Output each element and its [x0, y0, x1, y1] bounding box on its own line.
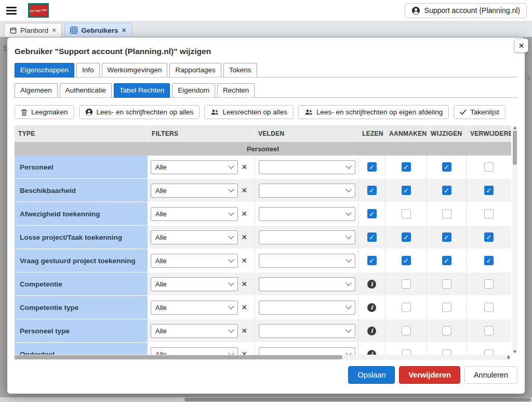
- verwijderen-checkbox[interactable]: [484, 256, 494, 265]
- clear-filter-button[interactable]: [242, 162, 247, 172]
- velden-select[interactable]: [259, 324, 355, 338]
- person-circle-icon: [411, 6, 420, 15]
- velden-select[interactable]: [259, 160, 355, 174]
- aanmaken-checkbox[interactable]: [402, 232, 411, 242]
- table-row: BeschikbaarheidAlle: [15, 179, 511, 202]
- read-write-own-department-button[interactable]: Lees- en schrijfrechten op eigen afdelin…: [298, 105, 449, 119]
- tab-tokens[interactable]: Tokens: [223, 63, 257, 77]
- clear-table-button[interactable]: Leegmaken: [15, 105, 74, 119]
- tab-info[interactable]: Info: [76, 63, 100, 77]
- tab-authenticatie[interactable]: Authenticatie: [60, 83, 112, 98]
- filter-select-value: Alle: [155, 163, 167, 171]
- filter-select[interactable]: Alle: [151, 184, 238, 198]
- tasklist-button[interactable]: Takenlijst: [454, 105, 506, 119]
- filter-select[interactable]: Alle: [151, 207, 238, 221]
- wijzigen-checkbox[interactable]: [442, 256, 451, 265]
- velden-select[interactable]: [259, 184, 355, 198]
- read-all-button[interactable]: Leesrechten op alles: [204, 105, 294, 119]
- table-row: Personeel typeAlle: [15, 319, 511, 343]
- wijzigen-checkbox[interactable]: [442, 279, 451, 289]
- verwijderen-checkbox[interactable]: [484, 279, 494, 289]
- wijzigen-checkbox[interactable]: [442, 232, 451, 242]
- filter-select[interactable]: Alle: [151, 254, 238, 268]
- velden-select[interactable]: [259, 230, 355, 244]
- aanmaken-checkbox[interactable]: [402, 326, 411, 335]
- filter-select[interactable]: Alle: [151, 230, 238, 244]
- filter-select[interactable]: Alle: [151, 160, 238, 174]
- vertical-scrollbar-thumb[interactable]: [513, 131, 517, 165]
- tab-rechten[interactable]: Rechten: [217, 83, 255, 98]
- tab-eigendom[interactable]: Eigendom: [172, 83, 215, 98]
- close-tab-icon[interactable]: [122, 27, 126, 34]
- velden-select[interactable]: [259, 207, 355, 221]
- aanmaken-checkbox[interactable]: [402, 279, 411, 289]
- scroll-right-arrow-icon[interactable]: [508, 355, 510, 359]
- verwijderen-checkbox[interactable]: [484, 326, 494, 335]
- verwijderen-checkbox[interactable]: [484, 162, 494, 172]
- verwijderen-checkbox[interactable]: [484, 186, 494, 195]
- delete-button[interactable]: Verwijderen: [399, 366, 460, 384]
- close-tab-icon[interactable]: [52, 27, 56, 34]
- wijzigen-checkbox[interactable]: [442, 326, 451, 335]
- tab-planbord[interactable]: Planbord: [4, 23, 62, 37]
- tab-tabel-rechten[interactable]: Tabel Rechten: [114, 83, 170, 98]
- perm-cell-lezen: [358, 296, 385, 319]
- clear-filter-button[interactable]: [242, 209, 247, 218]
- filter-select-value: Alle: [155, 234, 167, 241]
- aanmaken-checkbox[interactable]: [402, 256, 411, 265]
- read-write-all-button[interactable]: Lees- en schrijfrechten op alles: [79, 105, 200, 119]
- velden-select[interactable]: [259, 254, 355, 268]
- row-type-label: Losse project/Taak toekenning: [15, 226, 148, 249]
- wijzigen-checkbox[interactable]: [442, 209, 451, 218]
- row-filter-cell: Alle: [148, 273, 254, 295]
- account-button[interactable]: Support account (Planning.nl): [405, 3, 527, 18]
- row-filter-cell: Alle: [148, 202, 254, 225]
- wijzigen-checkbox[interactable]: [442, 186, 451, 195]
- clear-filter-button[interactable]: [242, 186, 247, 195]
- tab-eigenschappen[interactable]: Eigenschappen: [15, 63, 74, 77]
- save-button[interactable]: Opslaan: [348, 366, 395, 384]
- row-filter-cell: Alle: [148, 296, 254, 319]
- velden-select[interactable]: [259, 277, 355, 291]
- scroll-down-arrow-icon[interactable]: [513, 351, 516, 353]
- filter-select[interactable]: Alle: [151, 277, 238, 291]
- verwijderen-checkbox[interactable]: [484, 209, 494, 218]
- clear-filter-button[interactable]: [242, 326, 247, 335]
- cancel-button[interactable]: Annuleren: [464, 366, 517, 384]
- lezen-checkbox[interactable]: [367, 209, 377, 218]
- filter-select[interactable]: Alle: [151, 324, 238, 338]
- tab-werkomgevingen[interactable]: Werkomgevingen: [102, 63, 168, 77]
- scroll-up-arrow-icon[interactable]: [513, 126, 516, 129]
- wijzigen-checkbox[interactable]: [442, 162, 451, 172]
- lezen-checkbox[interactable]: [367, 186, 377, 195]
- aanmaken-checkbox[interactable]: [402, 209, 411, 218]
- verwijderen-checkbox[interactable]: [484, 232, 494, 242]
- filter-select[interactable]: Alle: [151, 301, 238, 315]
- clear-filter-button[interactable]: [242, 256, 247, 265]
- clear-filter-button[interactable]: [242, 303, 247, 312]
- tab-rapportages[interactable]: Rapportages: [169, 63, 221, 77]
- clear-filter-button[interactable]: [242, 279, 247, 289]
- filter-select-value: Alle: [155, 257, 167, 265]
- table-vertical-scrollbar[interactable]: [512, 125, 517, 354]
- tab-algemeen[interactable]: Algemeen: [15, 83, 58, 98]
- clear-filter-button[interactable]: [242, 232, 247, 242]
- lezen-checkbox[interactable]: [367, 162, 377, 172]
- aanmaken-checkbox[interactable]: [402, 162, 411, 172]
- horizontal-scrollbar-thumb[interactable]: [15, 355, 342, 359]
- hamburger-menu-icon[interactable]: [6, 7, 17, 15]
- aanmaken-checkbox[interactable]: [402, 186, 411, 195]
- tab-gebruikers[interactable]: Gebruikers: [64, 23, 131, 37]
- modal-close-button[interactable]: [514, 38, 528, 53]
- velden-select[interactable]: [259, 301, 355, 315]
- table-horizontal-scrollbar[interactable]: [15, 355, 511, 360]
- page-horizontal-scrollbar[interactable]: [0, 397, 532, 402]
- wijzigen-checkbox[interactable]: [442, 303, 451, 312]
- lezen-checkbox[interactable]: [367, 256, 377, 265]
- verwijderen-checkbox[interactable]: [484, 303, 494, 312]
- row-type-label: Competentie: [15, 273, 148, 295]
- aanmaken-checkbox[interactable]: [402, 303, 411, 312]
- lezen-checkbox[interactable]: [367, 232, 377, 242]
- page-scrollbar-thumb[interactable]: [184, 398, 531, 401]
- modal-secondary-tabs: Algemeen Authenticatie Tabel Rechten Eig…: [15, 83, 517, 98]
